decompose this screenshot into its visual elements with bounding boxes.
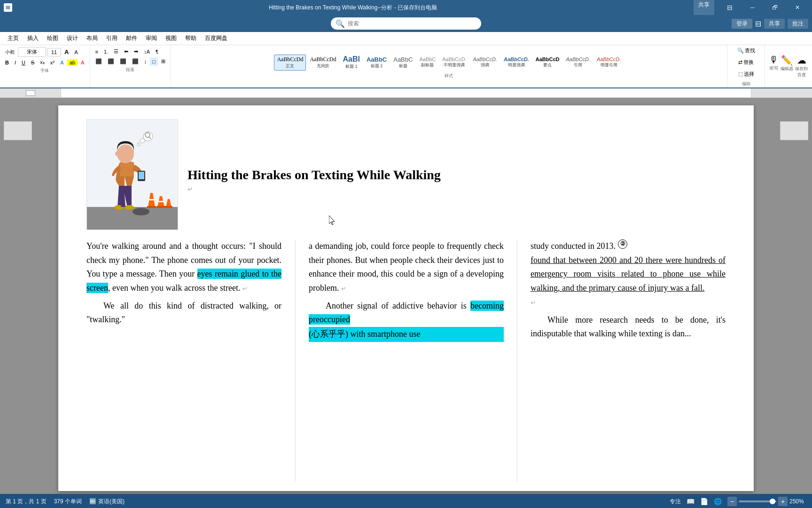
article-image <box>86 119 178 230</box>
view-mode-read[interactable]: 📖 <box>687 498 695 505</box>
menu-review[interactable]: 审阅 <box>142 33 161 43</box>
document-columns[interactable]: You're walking around and a thought occu… <box>58 235 754 491</box>
return-arrow-3: ↵ <box>531 299 536 306</box>
ribbon-extra-section: 🎙 听写 ✏️ 编辑器 ☁ 保存到百度 <box>765 45 812 87</box>
svg-point-19 <box>115 151 119 156</box>
style-intense-em[interactable]: AaBbCcD. 明显强调 <box>501 55 532 70</box>
menu-layout[interactable]: 布局 <box>83 33 102 43</box>
ruler <box>0 88 812 98</box>
align-center-btn[interactable]: ⬛ <box>105 57 117 66</box>
replace-btn[interactable]: ⇄ 替换 <box>736 57 756 67</box>
comment-btn[interactable]: 批注 <box>788 19 808 29</box>
paragraph-section-label: 段落 <box>93 67 168 73</box>
restore-btn[interactable]: 🗗 <box>764 0 786 15</box>
underline-btn[interactable]: U <box>19 58 28 67</box>
return-arrow-2: ↵ <box>341 285 346 292</box>
shading-btn[interactable]: □ <box>150 57 158 66</box>
language-status: 🔤 英语(美国) <box>89 498 125 506</box>
baidu-save-btn[interactable]: ☁ 保存到百度 <box>795 55 808 78</box>
strikethrough-btn[interactable]: S <box>29 58 37 67</box>
multilevel-btn[interactable]: ☰ <box>111 47 121 56</box>
view-toggle-btn[interactable]: ⊟ <box>755 19 761 28</box>
svg-point-12 <box>133 208 149 215</box>
sort-btn[interactable]: ↕A <box>141 48 152 56</box>
window-controls: 共享 ⊟ ─ 🗗 ✕ <box>694 0 808 15</box>
line-spacing-btn[interactable]: ↕ <box>142 57 149 66</box>
zoom-slider-track[interactable] <box>739 500 776 502</box>
font-name-btn[interactable]: 宋体 <box>18 47 46 57</box>
zoom-out-btn[interactable]: − <box>727 497 737 506</box>
numbering-btn[interactable]: 1. <box>102 48 110 56</box>
zoom-in-btn[interactable]: + <box>778 497 788 506</box>
style-quote[interactable]: AaBbCcD. 引用 <box>563 55 593 70</box>
bullets-btn[interactable]: ≡ <box>93 48 101 56</box>
login-button[interactable]: 共享 <box>694 0 714 15</box>
zoom-percent[interactable]: 250% <box>789 498 806 505</box>
view-mode-web[interactable]: 🌐 <box>714 498 722 505</box>
minimize-btn[interactable]: ─ <box>742 0 763 15</box>
superscript-btn[interactable]: x² <box>48 58 57 67</box>
status-bar: 第 1 页，共 1 页 379 个单词 🔤 英语(美国) 专注 📖 📄 🌐 − … <box>0 494 812 508</box>
close-btn[interactable]: ✕ <box>787 0 808 15</box>
share-btn[interactable]: 共享 <box>764 19 785 29</box>
svg-point-20 <box>137 143 140 146</box>
menu-references[interactable]: 引用 <box>102 33 121 43</box>
bold-btn[interactable]: B <box>3 58 11 67</box>
menu-insert[interactable]: 插入 <box>23 33 42 43</box>
style-strong[interactable]: AaBbCcD 要点 <box>533 55 562 70</box>
view-mode-btn[interactable]: ⊟ <box>719 0 741 15</box>
view-mode-print[interactable]: 📄 <box>700 498 708 505</box>
svg-rect-5 <box>147 206 156 208</box>
decrease-indent-btn[interactable]: ⬅ <box>122 47 131 56</box>
subscript-btn[interactable]: x₂ <box>38 58 47 67</box>
font-size-btn[interactable]: 11 <box>47 48 61 56</box>
style-emphasis[interactable]: AaBbCcD. 强调 <box>470 55 500 70</box>
justify-btn[interactable]: ⬛ <box>130 57 141 66</box>
document-title: Hitting the Brakes on Texting While Walk… <box>15 4 691 12</box>
align-left-btn[interactable]: ⬛ <box>93 57 104 66</box>
menu-design[interactable]: 设计 <box>63 33 82 43</box>
style-subtitle[interactable]: AaBbC 副标题 <box>416 55 438 70</box>
increase-indent-btn[interactable]: ➡ <box>132 47 141 56</box>
show-formatting-btn[interactable]: ¶ <box>153 48 161 56</box>
grow-font-btn[interactable]: A <box>62 47 71 57</box>
login-btn[interactable]: 登录 <box>732 19 752 29</box>
style-subtle-em[interactable]: AaBbCcD. 不明显强调 <box>439 55 469 70</box>
select-btn[interactable]: ⬚ 选择 <box>736 69 757 79</box>
dictation-btn[interactable]: 🎙 听写 <box>769 55 779 78</box>
svg-point-18 <box>117 144 134 163</box>
col1-para2: We all do this kind of distracted walkin… <box>86 299 281 327</box>
menu-mail[interactable]: 邮件 <box>122 33 141 43</box>
style-heading2[interactable]: AaBbC 标题 2 <box>364 55 390 71</box>
find-btn[interactable]: 🔍 查找 <box>735 46 757 56</box>
col2-para2: Another signal of addictive behavior is … <box>309 299 504 327</box>
menu-draw[interactable]: 绘图 <box>43 33 62 43</box>
style-normal[interactable]: AaBbCcDd 正文 <box>274 55 306 71</box>
text-effects-btn[interactable]: A <box>58 58 66 67</box>
menu-home[interactable]: 主页 <box>4 33 23 43</box>
borders-btn[interactable]: ⊞ <box>159 57 168 66</box>
style-heading1[interactable]: AaBl 标题 1 <box>340 54 362 71</box>
menu-baidu[interactable]: 百度网盘 <box>201 33 231 43</box>
style-nospace[interactable]: AaBbCcDd 无间距 <box>307 55 339 71</box>
menu-view[interactable]: 视图 <box>162 33 180 43</box>
document-page[interactable]: Hitting the Brakes on Texting While Walk… <box>58 105 754 491</box>
editing-label: 编辑 <box>742 81 750 87</box>
font-color-btn[interactable]: A <box>78 58 86 67</box>
editor-btn[interactable]: ✏️ 编辑器 <box>781 55 793 78</box>
article-title: Hitting the Brakes on Texting While Walk… <box>187 167 716 183</box>
document-column-1: You're walking around and a thought occu… <box>86 239 291 482</box>
font-size-small-btn[interactable]: 小初 <box>3 48 17 57</box>
menu-help[interactable]: 帮助 <box>181 33 200 43</box>
search-bar-area: 🔍 登录 ⊟ 共享 批注 <box>0 15 812 32</box>
align-right-btn[interactable]: ⬛ <box>117 57 129 66</box>
shrink-font-btn[interactable]: A <box>72 48 80 56</box>
proofing-status[interactable]: 专注 <box>670 498 681 506</box>
style-title[interactable]: AaBbC 标题 <box>390 55 415 71</box>
search-input[interactable] <box>348 20 470 27</box>
text-highlight-btn[interactable]: ab <box>67 59 78 66</box>
style-intense-quote[interactable]: AaBbCcD. 明显引用 <box>594 55 624 70</box>
font-section-label: 字体 <box>3 68 87 74</box>
italic-btn[interactable]: I <box>12 58 18 67</box>
ribbon-styles-section: AaBbCcDd 正文 AaBbCcDd 无间距 AaBl 标题 1 AaBbC… <box>171 45 727 87</box>
